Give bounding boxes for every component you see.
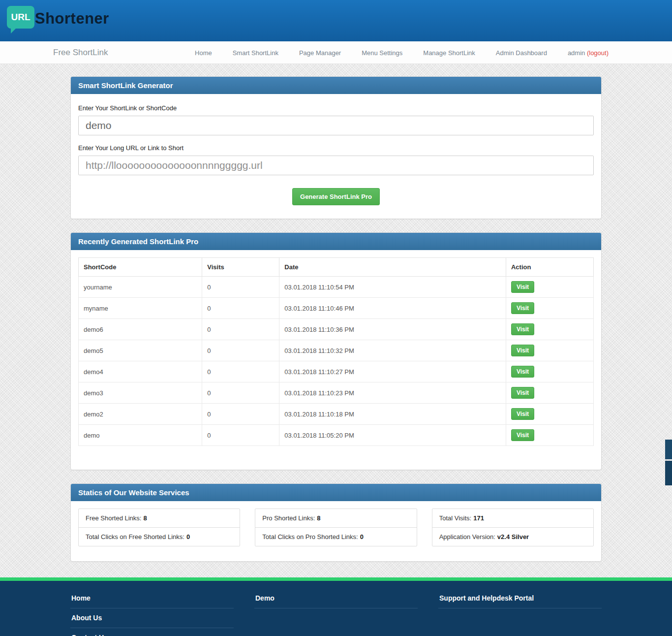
nav-item-page-manager[interactable]: Page Manager xyxy=(289,49,351,57)
stat-label: Application Version: xyxy=(439,533,495,541)
cell-shortcode: demo5 xyxy=(79,340,202,361)
cell-date: 03.01.2018 11:10:32 PM xyxy=(279,340,506,361)
edge-decoration xyxy=(665,440,672,459)
logout-link[interactable]: (logout) xyxy=(587,49,609,57)
nav-menu: Home Smart ShortLink Page Manager Menu S… xyxy=(184,49,619,57)
stat-label: Total Clicks on Free Shorted Links: xyxy=(86,533,184,541)
cell-visits: 0 xyxy=(202,425,279,446)
stat-value: 0 xyxy=(360,533,364,541)
generator-panel-title: Smart ShortLink Generator xyxy=(71,77,601,94)
visit-button[interactable]: Visit xyxy=(511,323,534,335)
cell-visits: 0 xyxy=(202,361,279,382)
table-row: demo3 0 03.01.2018 11:10:23 PM Visit xyxy=(79,382,594,404)
table-row: demo2 0 03.01.2018 11:10:18 PM Visit xyxy=(79,404,594,425)
generate-shortlink-button[interactable]: Generate ShortLink Pro xyxy=(292,188,380,205)
cell-visits: 0 xyxy=(202,340,279,361)
stat-value: 171 xyxy=(473,514,484,522)
cell-date: 03.01.2018 11:10:46 PM xyxy=(279,298,506,319)
footer-link-home[interactable]: Home xyxy=(70,589,234,608)
nav-item-manage-shortlink[interactable]: Manage ShortLink xyxy=(413,49,486,57)
edge-decoration xyxy=(665,461,672,485)
stat-value: 0 xyxy=(186,533,190,541)
col-visits: Visits xyxy=(202,258,279,277)
footer-link-demo[interactable]: Demo xyxy=(254,589,418,608)
visit-button[interactable]: Visit xyxy=(511,366,534,378)
stat-label: Free Shorted Links: xyxy=(86,514,141,522)
cell-date: 03.01.2018 11:10:27 PM xyxy=(279,361,506,382)
logo-badge-text: URL xyxy=(11,12,30,23)
shortcode-input[interactable] xyxy=(78,116,594,135)
cell-date: 03.01.2018 11:10:18 PM xyxy=(279,404,506,425)
cell-date: 03.01.2018 11:10:36 PM xyxy=(279,319,506,340)
nav-item-menu-settings[interactable]: Menu Settings xyxy=(351,49,413,57)
nav-username: admin xyxy=(568,49,585,57)
cell-visits: 0 xyxy=(202,319,279,340)
cell-visits: 0 xyxy=(202,404,279,425)
visit-button[interactable]: Visit xyxy=(511,387,534,399)
stat-value: 8 xyxy=(317,514,320,522)
shortcode-label: Enter Your ShortLink or ShortCode xyxy=(78,104,594,112)
cell-shortcode: demo4 xyxy=(79,361,202,382)
stat-value: v2.4 Silver xyxy=(497,533,529,541)
cell-shortcode: myname xyxy=(79,298,202,319)
generator-panel: Smart ShortLink Generator Enter Your Sho… xyxy=(70,76,602,219)
logo-text: Shortener xyxy=(31,10,109,28)
nav-item-smart-shortlink[interactable]: Smart ShortLink xyxy=(222,49,289,57)
table-row: yourname 0 03.01.2018 11:10:54 PM Visit xyxy=(79,277,594,298)
cell-visits: 0 xyxy=(202,298,279,319)
visit-button[interactable]: Visit xyxy=(511,345,534,356)
stat-card-pro: Pro Shorted Links:8 Total Clicks on Pro … xyxy=(255,509,417,546)
longurl-input[interactable] xyxy=(78,156,594,175)
stats-panel: Statics of Our Website Services Free Sho… xyxy=(70,483,602,562)
stat-card-totals: Total Visits:171 Application Version:v2.… xyxy=(432,509,594,546)
logo-url-bubble-icon: URL xyxy=(7,6,34,29)
nav-item-admin-dashboard[interactable]: Admin Dashboard xyxy=(486,49,557,57)
logo[interactable]: URL Shortener xyxy=(7,6,109,29)
visit-button[interactable]: Visit xyxy=(511,408,534,420)
cell-visits: 0 xyxy=(202,277,279,298)
cell-shortcode: demo2 xyxy=(79,404,202,425)
col-shortcode: ShortCode xyxy=(79,258,202,277)
stat-label: Pro Shorted Links: xyxy=(262,514,315,522)
table-header-row: ShortCode Visits Date Action xyxy=(79,258,594,277)
table-row: myname 0 03.01.2018 11:10:46 PM Visit xyxy=(79,298,594,319)
cell-shortcode: yourname xyxy=(79,277,202,298)
cell-shortcode: demo xyxy=(79,425,202,446)
col-action: Action xyxy=(506,258,593,277)
recent-panel-title: Recently Generated ShortLink Pro xyxy=(71,233,601,250)
visit-button[interactable]: Visit xyxy=(511,281,534,293)
main-navbar: Free ShortLink Home Smart ShortLink Page… xyxy=(0,41,672,64)
nav-item-home[interactable]: Home xyxy=(184,49,222,57)
cell-date: 03.01.2018 11:10:23 PM xyxy=(279,382,506,404)
recent-panel: Recently Generated ShortLink Pro ShortCo… xyxy=(70,232,602,470)
recent-shortlinks-table: ShortCode Visits Date Action yourname 0 … xyxy=(78,257,594,446)
main-content: Smart ShortLink Generator Enter Your Sho… xyxy=(0,64,672,577)
cell-shortcode: demo3 xyxy=(79,382,202,404)
col-date: Date xyxy=(279,258,506,277)
table-row: demo6 0 03.01.2018 11:10:36 PM Visit xyxy=(79,319,594,340)
footer-link-support[interactable]: Support and Helpdesk Portal xyxy=(438,589,602,608)
top-header: URL Shortener xyxy=(0,0,672,41)
cell-shortcode: demo6 xyxy=(79,319,202,340)
table-row: demo4 0 03.01.2018 11:10:27 PM Visit xyxy=(79,361,594,382)
footer-link-about[interactable]: About Us xyxy=(70,608,234,628)
cell-date: 03.01.2018 11:05:20 PM xyxy=(279,425,506,446)
cell-date: 03.01.2018 11:10:54 PM xyxy=(279,277,506,298)
footer-column-demo: Demo xyxy=(254,589,418,636)
cell-visits: 0 xyxy=(202,382,279,404)
nav-user-area: admin (logout) xyxy=(557,49,619,57)
site-brand[interactable]: Free ShortLink xyxy=(53,48,108,58)
longurl-label: Enter Your Long URL or Link to Short xyxy=(78,144,594,152)
footer-column-support: Support and Helpdesk Portal xyxy=(438,589,602,636)
footer-column-links: Home About Us Contact Us xyxy=(70,589,234,636)
footer: Home About Us Contact Us Demo Support an… xyxy=(0,581,672,636)
visit-button[interactable]: Visit xyxy=(511,429,534,441)
stat-card-free: Free Shorted Links:8 Total Clicks on Fre… xyxy=(78,509,240,546)
stat-label: Total Visits: xyxy=(439,514,472,522)
green-divider xyxy=(0,577,672,581)
stats-panel-title: Statics of Our Website Services xyxy=(71,484,601,501)
table-row: demo 0 03.01.2018 11:05:20 PM Visit xyxy=(79,425,594,446)
visit-button[interactable]: Visit xyxy=(511,302,534,314)
footer-link-contact[interactable]: Contact Us xyxy=(70,628,234,636)
table-row: demo5 0 03.01.2018 11:10:32 PM Visit xyxy=(79,340,594,361)
